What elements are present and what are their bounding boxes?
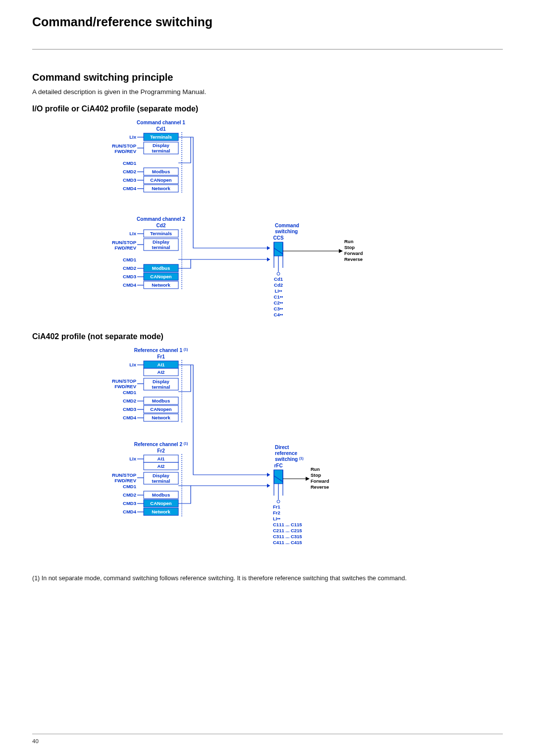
svg-text:Stop: Stop <box>311 472 321 478</box>
subheading-cia402-not-separate: CiA402 profile (not separate mode) <box>32 332 503 341</box>
svg-text:CCS: CCS <box>273 235 283 241</box>
diagram-command-switching: Command channel 1 Cd1 LIx RUN/STOP FWD/R… <box>32 119 503 317</box>
svg-point-62 <box>277 272 280 275</box>
svg-text:Command channel 2: Command channel 2 <box>137 216 185 222</box>
svg-text:C111 ... C115: C111 ... C115 <box>273 522 302 527</box>
svg-text:CMD1: CMD1 <box>123 160 137 166</box>
svg-text:CANopen: CANopen <box>150 274 171 279</box>
svg-text:Fr2: Fr2 <box>157 448 165 454</box>
svg-text:CANopen: CANopen <box>150 406 171 412</box>
subheading-io-profile: I/O profile or CiA402 profile (separate … <box>32 104 503 113</box>
svg-text:Reverse: Reverse <box>344 256 363 262</box>
svg-text:Reverse: Reverse <box>311 484 329 490</box>
svg-text:Forward: Forward <box>311 478 329 484</box>
svg-text:C1••: C1•• <box>274 294 283 300</box>
svg-text:Run: Run <box>344 239 354 244</box>
svg-text:C4••: C4•• <box>274 312 283 317</box>
svg-text:Display: Display <box>153 239 170 245</box>
svg-text:Cd2: Cd2 <box>274 282 283 288</box>
svg-text:Modbus: Modbus <box>152 169 170 174</box>
svg-text:C411 ... C415: C411 ... C415 <box>273 540 302 545</box>
svg-text:Display: Display <box>153 379 170 384</box>
svg-text:Fr1: Fr1 <box>273 504 281 509</box>
svg-text:rFC: rFC <box>274 463 282 468</box>
svg-text:Network: Network <box>152 415 170 420</box>
svg-text:C3••: C3•• <box>274 306 283 311</box>
svg-text:CMD4: CMD4 <box>123 186 137 191</box>
svg-text:FWD/REV: FWD/REV <box>114 478 136 483</box>
svg-text:AI2: AI2 <box>158 463 165 469</box>
svg-text:Reference channel 2 (1): Reference channel 2 (1) <box>134 442 188 447</box>
svg-marker-71 <box>339 249 343 253</box>
svg-text:FWD/REV: FWD/REV <box>114 245 136 251</box>
svg-text:CANopen: CANopen <box>150 501 171 506</box>
svg-text:CMD2: CMD2 <box>123 398 136 403</box>
svg-text:Cd1: Cd1 <box>274 276 283 282</box>
svg-text:terminal: terminal <box>152 384 170 390</box>
svg-text:Network: Network <box>152 509 170 514</box>
section-heading: Command switching principle <box>32 72 503 83</box>
svg-text:reference: reference <box>275 451 297 456</box>
svg-text:switching (1): switching (1) <box>275 456 303 462</box>
svg-text:Terminals: Terminals <box>150 134 172 140</box>
svg-marker-104 <box>267 473 270 477</box>
svg-text:Modbus: Modbus <box>152 398 170 403</box>
svg-text:LIx: LIx <box>129 134 136 140</box>
svg-text:CMD4: CMD4 <box>123 282 137 288</box>
svg-text:CMD4: CMD4 <box>123 415 137 420</box>
svg-text:LI••: LI•• <box>273 516 281 521</box>
footnote: (1) In not separate mode, command switch… <box>32 575 503 582</box>
svg-text:CMD2: CMD2 <box>123 265 136 271</box>
svg-text:CMD1: CMD1 <box>123 390 137 395</box>
svg-text:terminal: terminal <box>152 148 170 153</box>
svg-text:Network: Network <box>152 282 170 288</box>
svg-point-143 <box>277 500 280 503</box>
svg-text:Run: Run <box>311 466 320 472</box>
svg-text:CMD3: CMD3 <box>123 406 136 412</box>
svg-text:AI1: AI1 <box>158 362 165 367</box>
svg-text:RUN/STOP: RUN/STOP <box>112 378 137 384</box>
svg-marker-53 <box>267 257 270 261</box>
svg-marker-152 <box>306 477 310 481</box>
svg-text:C311 ... C315: C311 ... C315 <box>273 534 302 539</box>
svg-text:AI1: AI1 <box>158 456 165 461</box>
page-footer: 40 <box>32 734 503 744</box>
svg-marker-26 <box>267 246 270 250</box>
svg-text:terminal: terminal <box>152 245 170 250</box>
svg-text:CMD4: CMD4 <box>123 509 137 514</box>
svg-text:CMD2: CMD2 <box>123 492 136 498</box>
svg-text:Display: Display <box>153 143 170 148</box>
svg-text:RUN/STOP: RUN/STOP <box>112 143 137 149</box>
svg-text:FWD/REV: FWD/REV <box>114 149 136 154</box>
svg-text:Command channel 1: Command channel 1 <box>137 120 185 125</box>
diagram-reference-switching: Reference channel 1 (1) Fr1 LIx RUN/STOP… <box>32 347 503 560</box>
svg-text:AI2: AI2 <box>158 369 165 375</box>
svg-text:Modbus: Modbus <box>152 265 170 271</box>
svg-text:RUN/STOP: RUN/STOP <box>112 472 137 478</box>
svg-text:Terminals: Terminals <box>150 231 172 236</box>
svg-text:CMD2: CMD2 <box>123 169 136 174</box>
svg-text:Reference channel 1 (1): Reference channel 1 (1) <box>134 348 188 353</box>
svg-text:Network: Network <box>152 186 170 191</box>
svg-text:C211 ... C215: C211 ... C215 <box>273 528 302 533</box>
svg-text:CMD3: CMD3 <box>123 177 136 183</box>
svg-text:Cd1: Cd1 <box>157 126 166 132</box>
svg-text:Forward: Forward <box>344 251 363 256</box>
svg-text:Modbus: Modbus <box>152 492 170 498</box>
svg-text:Fr1: Fr1 <box>157 354 165 359</box>
svg-text:LI••: LI•• <box>274 288 282 294</box>
svg-text:switching: switching <box>275 229 298 234</box>
svg-text:Command: Command <box>275 223 299 228</box>
page-title: Command/reference switching <box>32 15 503 50</box>
svg-text:terminal: terminal <box>152 478 170 484</box>
svg-text:FWD/REV: FWD/REV <box>114 384 136 389</box>
svg-text:Direct: Direct <box>275 445 289 450</box>
svg-text:CANopen: CANopen <box>150 177 171 183</box>
svg-text:C2••: C2•• <box>274 300 283 305</box>
svg-text:Fr2: Fr2 <box>273 510 280 515</box>
svg-text:Cd2: Cd2 <box>157 223 166 228</box>
svg-text:CMD3: CMD3 <box>123 274 136 279</box>
svg-text:Display: Display <box>153 473 170 478</box>
svg-text:Stop: Stop <box>344 245 355 250</box>
svg-marker-133 <box>267 484 270 488</box>
